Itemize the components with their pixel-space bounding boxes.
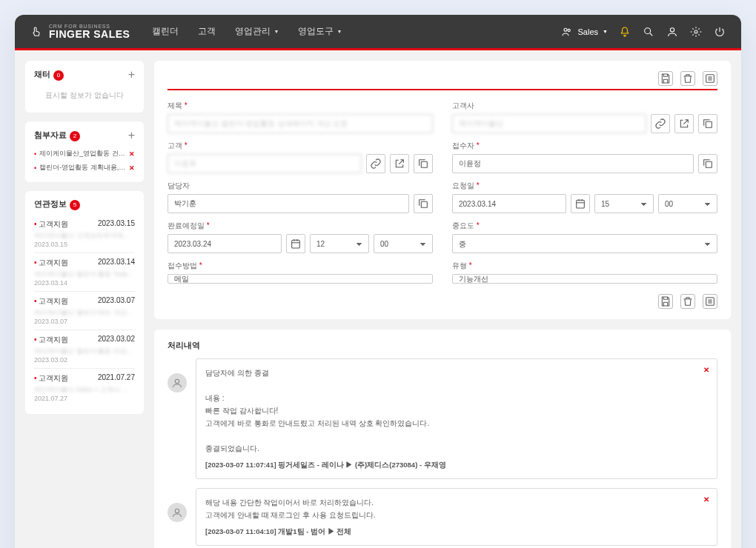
related-title: 연관정보	[34, 199, 67, 208]
delete-button[interactable]	[680, 294, 695, 309]
history-item: ✕담당자에 의한 종결내용 :빠른 작업 감사합니다!고객에게 바로 통화로 안…	[168, 358, 717, 479]
list-button[interactable]	[703, 294, 717, 309]
select-channel[interactable]: 메일	[168, 274, 433, 284]
users-icon	[560, 25, 574, 39]
topbar: CRM FOR BUSINESS FINGER SALES 캘린더 고객 영업관…	[15, 15, 741, 50]
power-icon[interactable]	[713, 25, 726, 39]
input-client[interactable]	[452, 114, 646, 133]
label-client: 고객사	[452, 101, 717, 111]
chevron-down-icon: ▼	[273, 29, 279, 34]
svg-point-1	[568, 29, 570, 31]
select-type[interactable]: 기능개선	[452, 274, 717, 284]
svg-rect-9	[421, 201, 427, 207]
nav-sales-mgmt[interactable]: 영업관리▼	[235, 25, 279, 38]
avatar-icon	[168, 503, 187, 522]
label-priority: 중요도	[452, 221, 717, 231]
copy-icon[interactable]	[414, 194, 433, 213]
list-button[interactable]	[703, 71, 717, 86]
calendar-icon[interactable]	[286, 234, 305, 253]
profile-icon[interactable]	[666, 25, 679, 39]
svg-point-14	[175, 509, 179, 512]
delete-button[interactable]	[680, 71, 695, 86]
related-item[interactable]: 고객지원2021.07.27제이케이물산 Sales > 고객사 이전…2021…	[34, 368, 135, 407]
avatar-icon	[168, 373, 187, 392]
nav-customer[interactable]: 고객	[198, 25, 216, 38]
close-icon[interactable]: ✕	[703, 364, 709, 376]
pointer-icon	[30, 25, 43, 39]
chatter-empty: 표시할 정보가 없습니다	[34, 86, 135, 105]
gear-icon[interactable]	[689, 25, 703, 39]
related-item[interactable]: 고객지원2023.03.02제이케이물산 캘린더-활동 타임라…2023.03.…	[34, 330, 135, 368]
sidebar: 채터0 + 표시할 정보가 없습니다 첨부자료2 + 제이케이물산_영업활동 건…	[25, 61, 144, 548]
chatter-count: 0	[53, 70, 64, 81]
select-priority[interactable]: 중	[452, 234, 717, 253]
label-type: 유형	[452, 261, 717, 271]
svg-rect-11	[292, 240, 300, 248]
bell-icon[interactable]	[618, 25, 631, 39]
input-assignee[interactable]	[168, 194, 409, 213]
input-title[interactable]	[168, 114, 433, 133]
history-item: ✕해당 내용 간단한 작업이어서 바로 처리하였습니다.고객에게 안내할 때 재…	[168, 488, 717, 546]
label-assignee: 담당자	[168, 181, 433, 191]
user-label: Sales	[578, 27, 599, 36]
add-chatter-button[interactable]: +	[128, 68, 135, 81]
remove-icon[interactable]: ✕	[129, 164, 135, 172]
input-customer[interactable]	[168, 154, 362, 173]
input-reqdate[interactable]	[452, 194, 566, 213]
popup-icon[interactable]	[674, 114, 694, 133]
related-panel: 연관정보5 고객지원2023.03.15제이케이물산 고객브라우저에서 고…20…	[25, 191, 144, 414]
main-nav: 캘린더 고객 영업관리▼ 영업도구▼	[152, 25, 342, 38]
label-reqdate: 요청일	[452, 181, 717, 191]
app-window: CRM FOR BUSINESS FINGER SALES 캘린더 고객 영업관…	[15, 15, 741, 548]
chevron-down-icon: ▼	[603, 29, 608, 34]
attach-panel: 첨부자료2 + 제이케이물산_영업활동 건의사항…✕캘린더-영업활동 계획내용,…	[25, 121, 144, 182]
chatter-panel: 채터0 + 표시할 정보가 없습니다	[25, 61, 144, 113]
history-title: 처리내역	[168, 340, 717, 351]
select-due-min[interactable]: 00	[374, 234, 433, 253]
add-attach-button[interactable]: +	[128, 129, 135, 142]
svg-point-13	[175, 379, 179, 383]
popup-icon[interactable]	[390, 154, 409, 173]
link-icon[interactable]	[651, 114, 670, 133]
related-item[interactable]: 고객지원2023.03.15제이케이물산 고객브라우저에서 고…2023.03.…	[34, 215, 135, 253]
label-receiver: 접수자	[452, 141, 717, 151]
svg-rect-6	[706, 121, 712, 127]
svg-rect-7	[421, 161, 427, 167]
related-count: 5	[70, 200, 80, 210]
svg-rect-8	[706, 161, 712, 167]
svg-point-4	[694, 30, 697, 33]
search-icon[interactable]	[642, 25, 655, 39]
select-req-hour[interactable]: 15	[594, 194, 654, 213]
attachment-item[interactable]: 제이케이물산_영업활동 건의사항…✕	[34, 147, 135, 161]
save-button[interactable]	[658, 71, 673, 86]
save-button[interactable]	[658, 294, 673, 309]
chevron-down-icon: ▼	[336, 29, 342, 34]
chatter-title: 채터	[34, 70, 50, 78]
label-title: 제목	[168, 101, 433, 111]
input-receiver[interactable]	[452, 154, 694, 173]
attach-title: 첨부자료	[34, 130, 67, 139]
logo[interactable]: CRM FOR BUSINESS FINGER SALES	[30, 24, 130, 39]
related-item[interactable]: 고객지원2023.03.14제이케이물산 캘린더 활동 Today …2023.…	[34, 253, 135, 291]
remove-icon[interactable]: ✕	[129, 150, 135, 158]
svg-rect-10	[577, 200, 585, 208]
attachment-item[interactable]: 캘린더-영업활동 계획내용,활동내…✕	[34, 161, 135, 175]
select-due-hour[interactable]: 12	[310, 234, 369, 253]
user-menu[interactable]: Sales ▼	[560, 25, 608, 39]
logo-title: FINGER SALES	[49, 29, 130, 39]
select-req-min[interactable]: 00	[658, 194, 717, 213]
input-duedate[interactable]	[168, 234, 282, 253]
link-icon[interactable]	[366, 154, 385, 173]
copy-icon[interactable]	[698, 114, 717, 133]
form-panel: 제목 고객사 고객 접수자	[154, 61, 731, 319]
nav-calendar[interactable]: 캘린더	[152, 25, 179, 38]
calendar-icon[interactable]	[571, 194, 590, 213]
copy-icon[interactable]	[698, 154, 717, 173]
svg-point-0	[564, 28, 567, 31]
label-customer: 고객	[168, 141, 433, 151]
svg-point-3	[670, 27, 674, 31]
nav-sales-tools[interactable]: 영업도구▼	[298, 25, 342, 38]
close-icon[interactable]: ✕	[703, 493, 709, 506]
related-item[interactable]: 고객지원2023.03.07제이케이물산 캘린더 메뉴 개선 문의2023.03…	[34, 291, 135, 330]
copy-icon[interactable]	[414, 154, 433, 173]
